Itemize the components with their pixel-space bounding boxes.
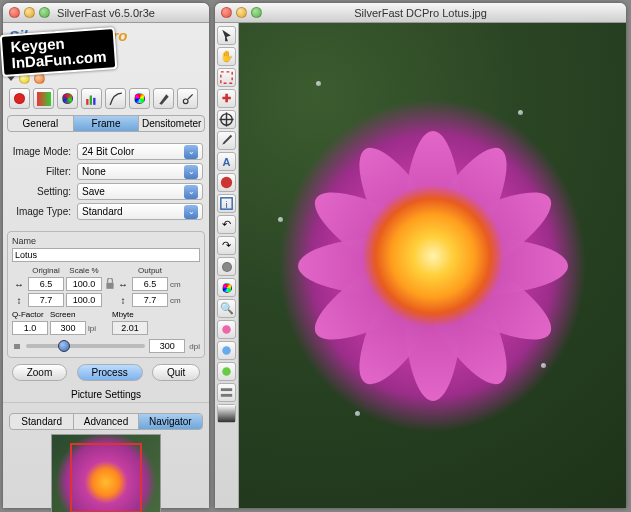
- name-input[interactable]: [12, 248, 200, 262]
- tool-picker[interactable]: [177, 88, 198, 109]
- scale-height-input[interactable]: [66, 293, 102, 307]
- hdr-scale: Scale %: [66, 266, 102, 275]
- tab-frame[interactable]: Frame: [74, 116, 140, 131]
- close-button[interactable]: [221, 7, 232, 18]
- vertical-toolbar: ✋ ✚ A i ↶ ↷ 🔍: [215, 23, 239, 508]
- disclosure-icon[interactable]: [7, 76, 15, 81]
- zoom-button[interactable]: [39, 7, 50, 18]
- screen-input[interactable]: [50, 321, 86, 335]
- color-disc-2[interactable]: [34, 73, 45, 84]
- height-arrow-icon: ↕: [12, 295, 26, 306]
- chevron-down-icon: ⌄: [184, 185, 198, 199]
- tool-histogram[interactable]: [81, 88, 102, 109]
- svg-rect-18: [221, 388, 232, 391]
- vtool-text[interactable]: A: [217, 152, 236, 171]
- vtool-q4[interactable]: [217, 362, 236, 381]
- vtool-loupe[interactable]: 🔍: [217, 299, 236, 318]
- control-window: SilverFast v6.5.0r3e Keygen InDaFun.com …: [3, 3, 209, 508]
- svg-point-15: [222, 325, 231, 334]
- tab-navigator[interactable]: Navigator: [139, 414, 202, 429]
- tool-selective[interactable]: [129, 88, 150, 109]
- image-type-select[interactable]: Standard⌄: [77, 203, 203, 220]
- out-height-input[interactable]: [132, 293, 168, 307]
- out-width-input[interactable]: [132, 277, 168, 291]
- navigator-frame[interactable]: [70, 443, 142, 512]
- navigator-area: Standard Advanced Navigator: [7, 403, 205, 512]
- vtool-rotate-ccw[interactable]: ↶: [217, 215, 236, 234]
- chevron-down-icon: ⌄: [184, 205, 198, 219]
- minimize-button[interactable]: [24, 7, 35, 18]
- vtool-q2[interactable]: [217, 320, 236, 339]
- picture-settings-label: Picture Settings: [3, 387, 209, 403]
- unit-cm1: cm: [170, 280, 192, 289]
- tool-curve[interactable]: [105, 88, 126, 109]
- image-canvas[interactable]: [239, 23, 626, 508]
- hdr-original: Original: [28, 266, 64, 275]
- filter-select[interactable]: None⌄: [77, 163, 203, 180]
- close-button[interactable]: [9, 7, 20, 18]
- image-type-label: Image Type:: [9, 206, 77, 217]
- lock-res-icon[interactable]: [12, 340, 22, 352]
- image-window: SilverFast DCPro Lotus.jpg ✋ ✚ A i ↶ ↷ 🔍: [215, 3, 626, 508]
- nav-tabs: Standard Advanced Navigator: [9, 413, 203, 430]
- tool-pen[interactable]: [153, 88, 174, 109]
- tool-gradient[interactable]: [33, 88, 54, 109]
- orig-width-input[interactable]: [28, 277, 64, 291]
- tool-balance[interactable]: [57, 88, 78, 109]
- main-tabs: General Frame Densitometer: [7, 115, 205, 132]
- lock-icon[interactable]: [104, 278, 116, 290]
- height-arrow2-icon: ↕: [116, 295, 130, 306]
- width-arrow-icon: ↔: [12, 279, 26, 290]
- unit-cm2: cm: [170, 296, 192, 305]
- process-button[interactable]: Process: [77, 364, 143, 381]
- window-controls: [9, 7, 50, 18]
- svg-rect-20: [218, 405, 235, 422]
- minimize-button[interactable]: [236, 7, 247, 18]
- window-controls: [221, 7, 262, 18]
- quit-button[interactable]: Quit: [152, 364, 200, 381]
- vtool-palette[interactable]: [217, 278, 236, 297]
- orig-height-input[interactable]: [28, 293, 64, 307]
- tab-standard[interactable]: Standard: [10, 414, 74, 429]
- qf-input[interactable]: [12, 321, 48, 335]
- image-mode-select[interactable]: 24 Bit Color⌄: [77, 143, 203, 160]
- name-label: Name: [12, 236, 200, 246]
- vtool-hand[interactable]: ✋: [217, 47, 236, 66]
- setting-select[interactable]: Save⌄: [77, 183, 203, 200]
- zoom-button[interactable]: [251, 7, 262, 18]
- vtool-crop[interactable]: [217, 68, 236, 87]
- svg-point-12: [221, 177, 232, 188]
- mb-input[interactable]: [112, 321, 148, 335]
- right-titlebar: SilverFast DCPro Lotus.jpg: [215, 3, 626, 23]
- res-input[interactable]: [149, 339, 185, 353]
- vtool-pointer[interactable]: [217, 26, 236, 45]
- resolution-slider[interactable]: [26, 344, 145, 348]
- vtool-rotate-cw[interactable]: ↷: [217, 236, 236, 255]
- vtool-mask[interactable]: [217, 173, 236, 192]
- vtool-grad[interactable]: [217, 404, 236, 423]
- vtool-stamp[interactable]: [217, 257, 236, 276]
- tool-red[interactable]: [9, 88, 30, 109]
- vtool-q3[interactable]: [217, 341, 236, 360]
- vtool-plus[interactable]: ✚: [217, 89, 236, 108]
- vtool-info[interactable]: i: [217, 194, 236, 213]
- tab-general[interactable]: General: [8, 116, 74, 131]
- svg-point-4: [183, 99, 188, 104]
- filter-label: Filter:: [9, 166, 77, 177]
- chevron-down-icon: ⌄: [184, 165, 198, 179]
- vtool-opt[interactable]: [217, 383, 236, 402]
- svg-rect-19: [221, 394, 232, 397]
- tab-advanced[interactable]: Advanced: [74, 414, 138, 429]
- tab-densitometer[interactable]: Densitometer: [139, 116, 204, 131]
- right-window-title: SilverFast DCPro Lotus.jpg: [215, 7, 626, 19]
- zoom-button[interactable]: Zoom: [12, 364, 68, 381]
- navigator-thumbnail[interactable]: [51, 434, 161, 512]
- svg-rect-1: [86, 99, 88, 105]
- vtool-eyedrop[interactable]: [217, 131, 236, 150]
- svg-rect-3: [93, 97, 95, 104]
- action-row: Zoom Process Quit: [7, 364, 205, 381]
- scale-width-input[interactable]: [66, 277, 102, 291]
- res-unit: dpi: [189, 342, 200, 351]
- setting-label: Setting:: [9, 186, 77, 197]
- vtool-target[interactable]: [217, 110, 236, 129]
